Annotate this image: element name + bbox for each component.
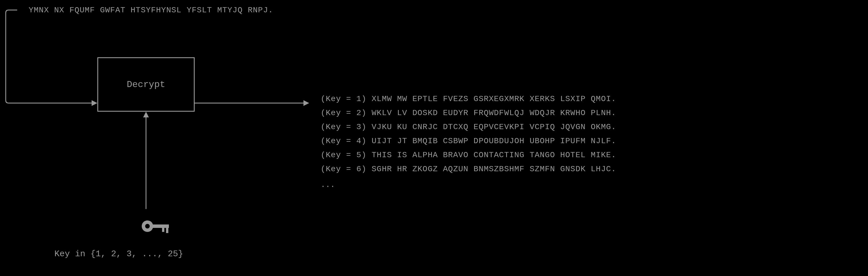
svg-marker-7 [304,100,309,106]
key-range-label: Key in {1, 2, 3, ..., 25} [54,249,183,259]
decrypt-label: Decrypt [127,79,165,90]
output-line: (Key = 3) VJKU KU CNRJC DTCXQ EQPVCEVKPI… [321,123,616,131]
cipher-input-text: YMNX NX FQUMF GWFAT HTSYFHYNSL YFSLT MTY… [29,6,273,14]
output-line: (Key = 1) XLMW MW EPTLE FVEZS GSRXEGXMRK… [321,94,616,103]
output-line: (Key = 4) UIJT JT BMQIB CSBWP DPOUBDUJOH… [321,136,616,146]
decrypt-box: Decrypt [97,57,195,112]
output-line: (Key = 6) SGHR HR ZKOGZ AQZUN BNMSZBSHMF… [321,165,616,174]
svg-rect-2 [152,224,169,228]
svg-marker-5 [92,100,97,106]
decrypt-outputs: (Key = 1) XLMW MW EPTLE FVEZS GSRXEGXMRK… [321,94,616,189]
key-icon [140,218,172,235]
svg-marker-9 [143,112,149,117]
svg-point-1 [145,224,150,228]
svg-rect-3 [162,228,164,232]
output-line: (Key = 5) THIS IS ALPHA BRAVO CONTACTING… [321,151,616,159]
svg-rect-4 [166,228,168,233]
output-ellipsis: ... [321,180,616,189]
output-line: (Key = 2) WKLV LV DOSKD EUDYR FRQWDFWLQJ… [321,109,616,117]
